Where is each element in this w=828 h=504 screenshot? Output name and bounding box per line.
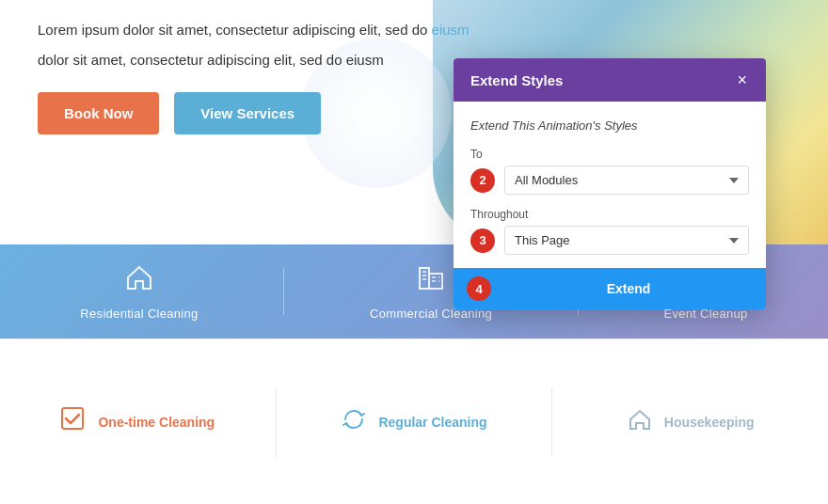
step-2-badge: 2 [470,168,495,193]
book-now-button[interactable]: Book Now [38,92,159,134]
modal-body: Extend This Animation's Styles To 2 All … [454,102,766,255]
throughout-field: Throughout 3 This Page All Pages Selecte… [470,208,749,255]
housekeeping-icon [627,406,653,438]
cleaning-label-regular: Regular Cleaning [378,415,486,430]
modal-subtitle: Extend This Animation's Styles [470,118,749,133]
cleaning-item-onetime[interactable]: One-time Cleaning [0,387,277,457]
modal-header: Extend Styles × [454,58,766,102]
modal-footer: 4 Extend [454,268,766,309]
service-label-residential: Residential Cleaning [80,307,198,321]
throughout-select[interactable]: This Page All Pages Selected Pages [504,226,749,255]
modal-close-button[interactable]: × [735,71,749,88]
service-item-residential[interactable]: Residential Cleaning [80,262,198,321]
hero-paragraph-1: Lorem ipsum dolor sit amet, consectetur … [38,19,470,41]
building-icon [416,262,446,299]
hero-highlight: eiusm [432,22,470,38]
refresh-icon [341,406,367,438]
step-3-badge: 3 [470,228,495,253]
service-divider-1 [283,268,284,315]
cleaning-label-housekeeping: Housekeeping [664,415,755,430]
view-services-button[interactable]: View Services [174,92,321,134]
to-label: To [470,148,749,161]
throughout-field-row: 3 This Page All Pages Selected Pages [470,226,749,255]
hero-text-block: Lorem ipsum dolor sit amet, consectetur … [38,19,470,134]
throughout-label: Throughout [470,208,749,221]
cleaning-label-onetime: One-time Cleaning [98,415,215,430]
check-icon [60,406,87,438]
to-field: To 2 All Modules This Module Selected Mo… [470,148,749,195]
cleaning-types-section: One-time Cleaning Regular Cleaning House… [0,339,828,504]
extend-button[interactable]: Extend [491,268,766,309]
cleaning-item-housekeeping[interactable]: Housekeeping [552,387,828,457]
modal-title: Extend Styles [470,72,563,88]
step-4-badge: 4 [467,276,491,301]
home-icon [124,262,154,299]
extend-row: 4 Extend [454,268,766,309]
hero-buttons: Book Now View Services [38,92,470,134]
cleaning-item-regular[interactable]: Regular Cleaning [277,387,553,457]
extend-styles-modal: Extend Styles × Extend This Animation's … [454,58,766,309]
hero-paragraph-2: dolor sit amet, consectetur adipiscing e… [38,49,470,71]
to-select[interactable]: All Modules This Module Selected Modules [504,165,749,195]
to-field-row: 2 All Modules This Module Selected Modul… [470,165,749,195]
